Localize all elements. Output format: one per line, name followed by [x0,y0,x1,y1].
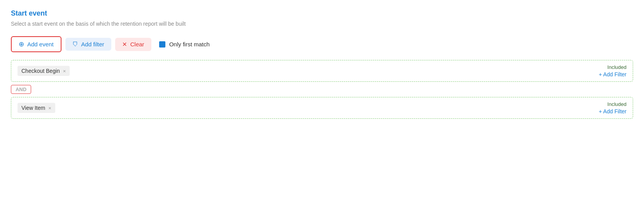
x-icon: ✕ [122,41,127,48]
event-block-1: Included Checkout Begin × + Add Filter [11,60,633,82]
add-filter-label: Add filter [81,41,104,48]
event-block-2: Included View Item × + Add Filter [11,97,633,119]
clear-button[interactable]: ✕ Clear [115,38,151,51]
only-first-match-button[interactable]: Only first match [155,38,214,51]
page-title: Start event [11,9,633,18]
event-tag-1-close[interactable]: × [63,68,66,74]
toolbar: ⊕ Add event ⛉ Add filter ✕ Clear Only fi… [11,36,633,52]
add-filter-link-1[interactable]: + Add Filter [599,71,626,78]
included-label-1: Included [607,64,626,70]
only-first-match-label: Only first match [169,41,210,48]
clear-label: Clear [130,41,144,48]
event-tag-2: View Item × [18,103,55,113]
events-area: Included Checkout Begin × + Add Filter A… [11,60,633,119]
add-filter-button[interactable]: ⛉ Add filter [65,38,111,51]
included-label-2: Included [607,101,626,107]
event-tag-1-label: Checkout Begin [21,68,60,74]
event-tag-2-label: View Item [21,105,45,111]
checkbox-icon [159,41,165,48]
and-label: AND [16,86,26,92]
and-connector[interactable]: AND [11,85,31,94]
add-filter-link-2[interactable]: + Add Filter [599,108,626,115]
page-subtitle: Select a start event on the basis of whi… [11,21,633,27]
add-event-button[interactable]: ⊕ Add event [11,36,61,52]
event-tag-1: Checkout Begin × [18,66,70,76]
filter-icon: ⛉ [72,41,78,48]
event-tag-2-close[interactable]: × [48,105,51,111]
plus-circle-icon: ⊕ [19,40,24,48]
add-event-label: Add event [27,41,54,48]
